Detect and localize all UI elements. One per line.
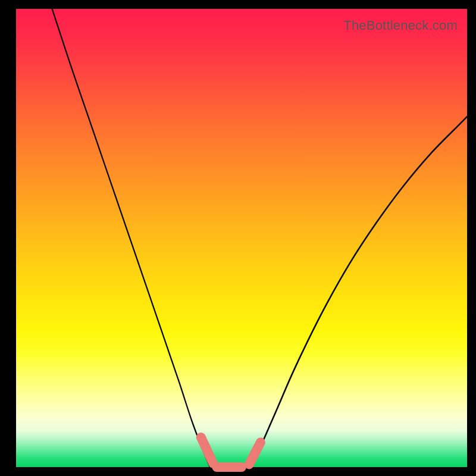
watermark-text: TheBottleneck.com <box>343 18 458 33</box>
right-curve <box>250 117 467 467</box>
highlight-left-dash <box>201 437 213 464</box>
highlight-right-dash <box>249 442 261 464</box>
chart-svg <box>16 9 467 467</box>
plot-area: TheBottleneck.com <box>16 9 467 467</box>
left-curve <box>52 9 210 467</box>
chart-frame: TheBottleneck.com <box>0 0 476 476</box>
